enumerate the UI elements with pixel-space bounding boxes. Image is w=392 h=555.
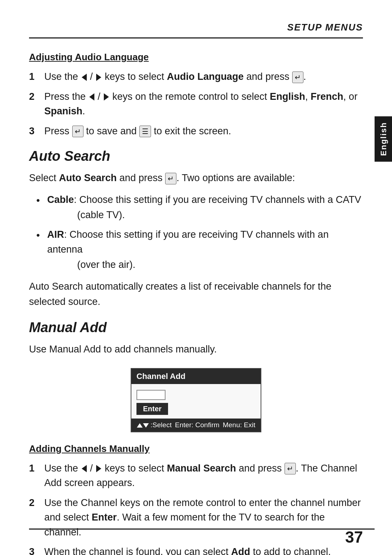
tri-down-icon	[143, 423, 149, 428]
left-arrow-icon	[82, 74, 87, 81]
channel-input-field[interactable]	[136, 390, 166, 400]
adjusting-audio-language-section: Adjusting Audio Language 1 Use the / key…	[29, 52, 363, 138]
bottom-divider	[29, 529, 375, 530]
tri-up-icon	[137, 423, 143, 428]
page-number: 37	[345, 528, 363, 546]
side-tab-english: English	[375, 116, 392, 162]
bullet-air-content: AIR: Choose this setting if you are rece…	[47, 227, 363, 273]
auto-search-footer: Auto Search automatically creates a list…	[29, 279, 363, 310]
manual-add-heading: Manual Add	[29, 320, 363, 335]
page-container: SETUP MENUS English Adjusting Audio Lang…	[0, 0, 392, 555]
menu-icon: ☰	[139, 126, 151, 137]
bullet-symbol-2: •	[36, 227, 47, 273]
bullet-cable: • Cable: Choose this setting if you are …	[29, 192, 363, 223]
enter-icon-3: ↵	[165, 173, 176, 184]
adding-step-1-content: Use the / keys to select Manual Search a…	[44, 461, 363, 490]
auto-search-intro: Select Auto Search and press ↵. Two opti…	[29, 171, 363, 186]
enter-icon-4: ↵	[285, 463, 296, 474]
left-arrow-icon-2	[89, 93, 94, 101]
dialog-body: Enter	[131, 384, 261, 419]
step-3-content: Press ↵ to save and ☰ to exit the screen…	[44, 124, 363, 139]
bullet-symbol-1: •	[36, 192, 47, 223]
step-3-num: 3	[29, 124, 44, 139]
step-2-num: 2	[29, 89, 44, 119]
adding-step-1: 1 Use the / keys to select Manual Search…	[29, 461, 363, 490]
adding-step-2-content: Use the Channel keys on the remote contr…	[44, 495, 363, 540]
step-3-audio: 3 Press ↵ to save and ☰ to exit the scre…	[29, 124, 363, 139]
adjusting-audio-language-title: Adjusting Audio Language	[29, 52, 363, 63]
auto-search-heading: Auto Search	[29, 148, 363, 164]
adjusting-steps-list: 1 Use the / keys to select Audio Languag…	[29, 69, 363, 138]
bullet-cable-content: Cable: Choose this setting if you are re…	[47, 192, 363, 223]
step-1-content: Use the / keys to select Audio Language …	[44, 69, 363, 84]
header-area: SETUP MENUS	[29, 22, 363, 38]
enter-icon-2: ↵	[72, 126, 83, 137]
adding-channels-title: Adding Channels Manually	[29, 443, 363, 454]
dialog-wrapper: Channel Add Enter :Select Enter: Confirm…	[29, 368, 363, 432]
dialog-enter-button[interactable]: Enter	[136, 403, 168, 415]
adding-step-2: 2 Use the Channel keys on the remote con…	[29, 495, 363, 540]
adding-step-2-num: 2	[29, 495, 44, 540]
manual-add-intro: Use Manual Add to add channels manually.	[29, 342, 363, 357]
auto-search-bullets: • Cable: Choose this setting if you are …	[29, 192, 363, 273]
auto-search-section: Auto Search Select Auto Search and press…	[29, 148, 363, 310]
adding-channels-steps: 1 Use the / keys to select Manual Search…	[29, 461, 363, 555]
header-title: SETUP MENUS	[287, 22, 363, 33]
left-arrow-icon-3	[82, 465, 87, 472]
adding-step-3-num: 3	[29, 544, 44, 555]
step-2-audio: 2 Press the / keys on the remote control…	[29, 89, 363, 119]
channel-add-dialog: Channel Add Enter :Select Enter: Confirm…	[131, 368, 261, 432]
adding-step-3: 3 When the channel is found, you can sel…	[29, 544, 363, 555]
step-2-content: Press the / keys on the remote control t…	[44, 89, 363, 119]
dialog-footer-select: :Select	[137, 421, 172, 429]
dialog-footer-confirm: Enter: Confirm	[175, 421, 219, 429]
step-1-audio: 1 Use the / keys to select Audio Languag…	[29, 69, 363, 84]
enter-icon: ↵	[292, 72, 303, 83]
step-1-num: 1	[29, 69, 44, 84]
dialog-footer-exit: Menu: Exit	[223, 421, 256, 429]
right-arrow-icon	[96, 74, 101, 81]
bullet-air: • AIR: Choose this setting if you are re…	[29, 227, 363, 273]
dialog-titlebar: Channel Add	[131, 369, 261, 384]
right-arrow-icon-3	[96, 465, 101, 472]
manual-add-section: Manual Add Use Manual Add to add channel…	[29, 320, 363, 555]
adding-step-3-content: When the channel is found, you can selec…	[44, 544, 363, 555]
right-arrow-icon-2	[104, 93, 109, 101]
adding-step-1-num: 1	[29, 461, 44, 490]
dialog-footer: :Select Enter: Confirm Menu: Exit	[131, 419, 261, 432]
adding-channels-manually-section: Adding Channels Manually 1 Use the / key…	[29, 443, 363, 555]
